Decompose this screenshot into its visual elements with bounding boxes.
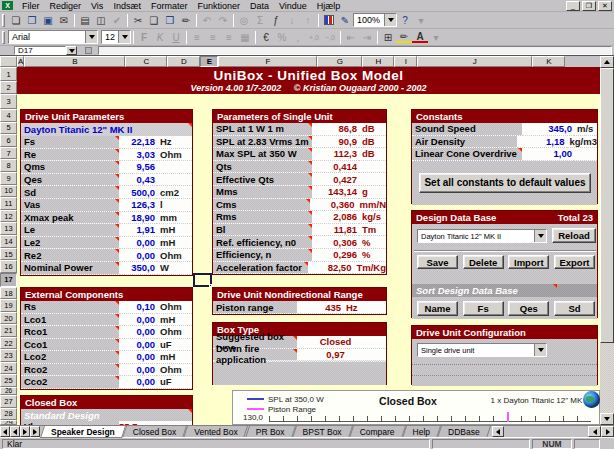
sheet-tab[interactable]: Vented Box — [185, 426, 246, 438]
print-icon[interactable]: ▤ — [77, 13, 93, 28]
sort-button[interactable]: Fs — [463, 301, 504, 316]
parameter-value[interactable]: 0,43 — [119, 174, 157, 187]
menu-item[interactable]: Vis — [86, 1, 108, 11]
size-dropdown-arrow[interactable] — [118, 31, 130, 43]
bold-icon[interactable]: F — [136, 30, 152, 45]
autosum-icon[interactable]: Σ — [252, 13, 268, 28]
undo-icon[interactable]: ↶ — [199, 13, 215, 28]
underline-icon[interactable]: U — [168, 30, 184, 45]
menu-item[interactable]: Data — [245, 1, 274, 11]
merge-center-icon[interactable]: ▦ — [237, 30, 253, 45]
paste-icon[interactable]: ❒ — [162, 13, 178, 28]
parameter-value[interactable]: 0,00 — [119, 249, 157, 262]
excel-app-icon[interactable]: X — [2, 1, 13, 10]
row-header[interactable]: 15 — [0, 248, 17, 261]
driver-name-cell[interactable]: Dayton Titanic 12" MK II — [21, 123, 192, 136]
row-header[interactable]: 27 — [0, 395, 17, 408]
row-header[interactable]: 3 — [0, 94, 17, 109]
first-sheet-icon[interactable] — [0, 426, 10, 437]
vertical-scrollbar[interactable] — [600, 56, 614, 425]
column-header[interactable]: D — [167, 56, 200, 67]
sheet-tab[interactable]: Closed Box — [124, 426, 185, 438]
database-action-button[interactable]: Export — [554, 255, 595, 269]
fill-handle[interactable] — [209, 284, 212, 287]
align-left-icon[interactable]: ≡ — [189, 30, 205, 45]
component-value[interactable]: 0,00 — [119, 326, 157, 339]
sort-button[interactable]: Qes — [508, 301, 549, 316]
column-header[interactable]: G — [317, 56, 362, 67]
scrollbar-thumb[interactable] — [600, 68, 614, 343]
scroll-down-icon[interactable] — [600, 413, 614, 425]
row-header[interactable]: 22 — [0, 337, 17, 350]
formula-input[interactable] — [98, 46, 612, 55]
more-buttons-icon[interactable]: ▾ — [413, 13, 429, 28]
row-header[interactable]: 6 — [0, 134, 17, 147]
toolbar-grip[interactable] — [2, 31, 5, 44]
row-header[interactable]: 4 — [0, 109, 17, 122]
borders-icon[interactable]: ⊞ — [380, 30, 396, 45]
drawing-icon[interactable]: ✎ — [337, 13, 353, 28]
increase-decimal-icon[interactable]: +,0 — [306, 30, 322, 45]
font-name-combo[interactable]: Arial — [8, 30, 98, 44]
reload-button[interactable]: Reload — [552, 228, 596, 243]
row-header[interactable]: 13 — [0, 222, 17, 235]
sort-descending-icon[interactable]: ↑ — [300, 13, 316, 28]
save-icon[interactable]: ▣ — [40, 13, 56, 28]
component-value[interactable]: 0,00 — [119, 351, 157, 364]
decrease-decimal-icon[interactable]: −,0 — [322, 30, 338, 45]
column-header[interactable]: E — [200, 56, 218, 67]
menu-item[interactable]: Hjælp — [312, 1, 346, 11]
zoom-combo[interactable]: 100% — [353, 13, 397, 27]
row-header[interactable]: 24 — [0, 362, 17, 375]
configuration-dropdown-arrow[interactable] — [534, 344, 546, 356]
redo-icon[interactable]: ↷ — [215, 13, 231, 28]
column-header[interactable]: H — [362, 56, 394, 67]
column-header[interactable]: F — [218, 56, 317, 67]
component-value[interactable]: 0,00 — [119, 376, 157, 389]
chart-wizard-icon[interactable] — [321, 13, 337, 28]
spelling-icon[interactable]: ✔ — [109, 13, 125, 28]
next-sheet-icon[interactable] — [20, 426, 30, 437]
database-action-button[interactable]: Save — [417, 255, 458, 269]
font-size-combo[interactable]: 12 — [101, 30, 131, 44]
sort-button[interactable]: Name — [417, 301, 458, 316]
column-header[interactable]: K — [532, 56, 565, 67]
font-color-icon[interactable]: A — [412, 31, 428, 43]
database-action-button[interactable]: Delete — [463, 255, 504, 269]
column-header[interactable]: B — [24, 56, 125, 67]
row-header[interactable]: 18 — [0, 287, 17, 300]
row-header[interactable]: 10 — [0, 185, 17, 198]
sort-button[interactable]: Sd — [554, 301, 595, 316]
mail-icon[interactable]: ✉ — [56, 13, 72, 28]
format-painter-icon[interactable]: ✏ — [178, 13, 194, 28]
parameter-value[interactable]: 126,3 — [119, 199, 157, 212]
open-icon[interactable]: ❐ — [24, 13, 40, 28]
column-header[interactable]: A — [17, 56, 24, 67]
row-header[interactable]: 12 — [0, 210, 17, 223]
prev-sheet-icon[interactable] — [10, 426, 20, 437]
cut-icon[interactable]: ✂ — [130, 13, 146, 28]
new-icon[interactable]: ❏ — [8, 13, 24, 28]
percent-icon[interactable]: % — [274, 30, 290, 45]
row-header[interactable]: 19 — [0, 299, 17, 312]
scroll-left-icon[interactable] — [588, 426, 601, 437]
row-header[interactable]: 26 — [0, 387, 17, 395]
name-box-dropdown-arrow[interactable] — [66, 46, 77, 55]
align-right-icon[interactable]: ≡ — [221, 30, 237, 45]
print-preview-icon[interactable]: ◫ — [93, 13, 109, 28]
database-action-button[interactable]: Import — [508, 255, 549, 269]
decrease-indent-icon[interactable]: ⇤ — [343, 30, 359, 45]
select-all-corner[interactable] — [0, 56, 17, 67]
row-header[interactable]: 23 — [0, 349, 17, 362]
driver-select-combo[interactable]: Dayton Titanic 12" MK II — [417, 229, 547, 243]
parameter-value[interactable]: 18,90 — [119, 212, 157, 225]
menu-item[interactable]: Indsæt — [108, 1, 146, 11]
spl-chart[interactable]: SPL at 350,0 W Piston Range Closed Box 1… — [232, 390, 600, 425]
constant-value[interactable]: 1,18 — [517, 136, 567, 149]
scroll-right-icon[interactable] — [601, 426, 614, 437]
parameter-value[interactable]: 1,91 — [119, 224, 157, 237]
parameter-value[interactable]: 9,56 — [119, 161, 157, 174]
constant-value[interactable]: 345,0 — [522, 123, 574, 136]
horizontal-scrollbar[interactable] — [588, 426, 614, 437]
increase-indent-icon[interactable]: ⇥ — [359, 30, 375, 45]
